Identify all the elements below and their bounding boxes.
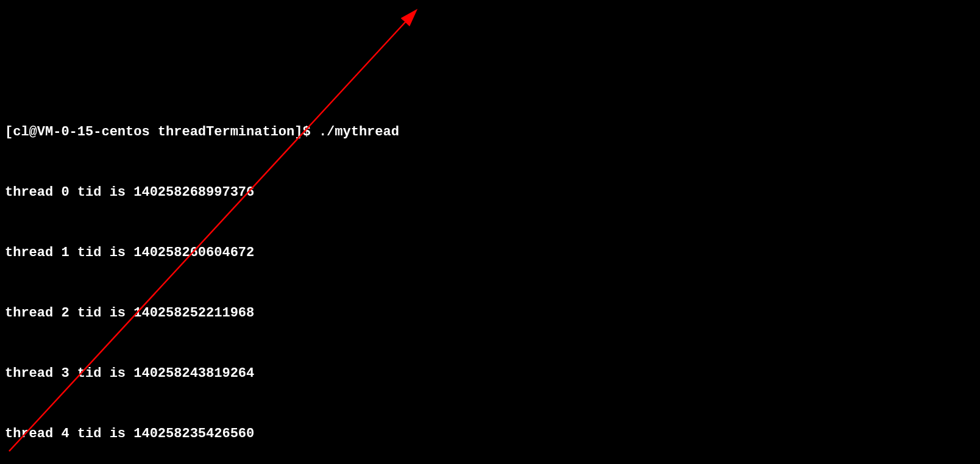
output-line: thread 0 tid is 140258268997376 xyxy=(5,182,975,202)
terminal-output[interactable]: [cl@VM-0-15-centos threadTermination]$ .… xyxy=(5,82,975,464)
output-line: thread 2 tid is 140258252211968 xyxy=(5,303,975,323)
output-line: thread 3 tid is 140258243819264 xyxy=(5,363,975,384)
output-line: thread 4 tid is 140258235426560 xyxy=(5,424,975,444)
output-line: thread 1 tid is 140258260604672 xyxy=(5,243,975,263)
prompt-command: [cl@VM-0-15-centos threadTermination]$ .… xyxy=(5,122,975,142)
